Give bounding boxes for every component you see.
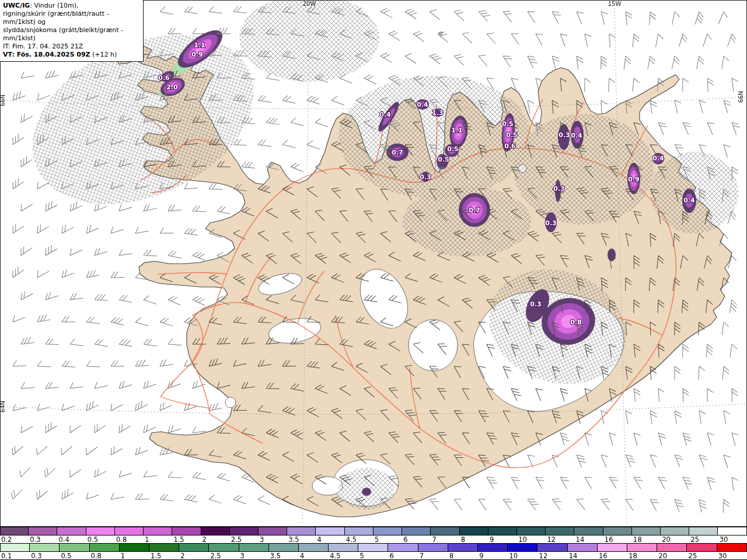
weather-forecast-map-page: 1.10.90.62.00.40.41.31.10.50.50.70.30.50… <box>0 0 747 560</box>
colorbar-tick-label: 1.5 <box>173 536 184 544</box>
precip-value-label: 0.9 <box>191 51 203 58</box>
colorbar-tick-label: 1.5 <box>151 552 161 560</box>
precip-value-label: 0.5 <box>438 156 449 163</box>
precip-value-label: 0.9 <box>628 176 640 183</box>
colorbar-tick-label: 4 <box>300 552 304 560</box>
colorbar-tick-label: 4.5 <box>330 552 340 560</box>
forecast-title-box: UWC/IG: Vindur (10m), rigning/skúrir (gr… <box>0 0 144 62</box>
precip-value-label: 0.3 <box>530 300 542 308</box>
colorbar-segment <box>86 527 115 535</box>
model-name: UWC/IG <box>3 2 30 9</box>
precip-value-label: 0.4 <box>652 155 664 162</box>
colorbar-tick-label: 18 <box>629 552 637 560</box>
colorbar-tick-label: 10 <box>509 552 518 560</box>
precip-value-label: 0.7 <box>469 206 480 214</box>
colorbar-segment <box>537 544 567 551</box>
colorbar-tick-label: 2.5 <box>231 536 242 544</box>
colorbar-tick-label: 6 <box>403 536 407 544</box>
colorbar-tick-label: 9 <box>490 536 494 544</box>
precip-value-label: 1.1 <box>194 41 205 49</box>
colorbar-tick-label: 12 <box>547 536 556 544</box>
colorbar-segment <box>120 544 149 551</box>
colorbar-segment <box>60 544 89 551</box>
colorbar-tick-label: 14 <box>569 552 578 560</box>
title-line-sleet: slydda/snjókoma (grátt/bleikt/grænt - mm… <box>3 26 141 43</box>
colorbar-rain-labels: 0.10.30.50.811.522.533.544.5567891012141… <box>0 552 747 559</box>
precip-value-label: 1.3 <box>432 109 444 117</box>
colorbar-segment <box>29 527 57 535</box>
colorbar-segment <box>0 527 29 535</box>
colorbar-tick-label: 0.1 <box>1 552 12 560</box>
colorbar-segment <box>657 544 687 551</box>
colorbar-tick-label: 9 <box>479 552 483 560</box>
colorbar-segment <box>239 544 269 551</box>
colorbar-segment <box>448 544 478 551</box>
parallel-label-left: 66N <box>0 94 6 106</box>
colorbar-segment <box>209 544 239 551</box>
colorbar-tick-label: 12 <box>539 552 548 560</box>
colorbar-tick-label: 0.5 <box>61 552 71 560</box>
lake-thingvallavatn <box>225 397 236 408</box>
glacier-eyjafjallajokull <box>312 477 343 495</box>
colorbar-tick-label: 25 <box>691 536 700 544</box>
colorbar-segment <box>259 527 287 535</box>
colorbar-segment <box>287 527 316 535</box>
precip-value-label: 0.6 <box>158 74 170 82</box>
colorbar-tick-label: 20 <box>658 552 667 560</box>
colorbar-tick-label: 25 <box>689 552 697 560</box>
colorbar-segment <box>627 544 657 551</box>
colorbar-segment <box>574 527 603 535</box>
colorbar-segment <box>603 527 632 535</box>
colorbar-segment <box>230 527 259 535</box>
colorbar-tick-label: 5 <box>359 552 364 560</box>
colorbar-sleet-snow <box>0 527 747 536</box>
colorbar-tick-label: 14 <box>576 536 585 544</box>
colorbar-tick-label: 7 <box>420 552 424 560</box>
colorbar-tick-label: 0.3 <box>30 536 40 544</box>
colorbar-tick-label: 3.5 <box>288 536 299 544</box>
precip-blob-ring <box>362 488 371 496</box>
meridian-label: 15W <box>608 1 622 7</box>
precip-blob-ring <box>608 249 616 261</box>
colorbar-segment <box>517 527 546 535</box>
colorbar-segment <box>172 527 201 535</box>
precip-value-label: 0.8 <box>570 318 582 326</box>
precip-value-label: 2.0 <box>166 83 178 91</box>
colorbar-tick-label: 8 <box>449 552 453 560</box>
colorbar-segment <box>0 544 30 551</box>
precip-value-label: 0.3 <box>558 131 570 139</box>
colorbar-segment <box>299 544 329 551</box>
colorbar-tick-label: 0.2 <box>1 536 12 544</box>
colorbar-tick-label: 1 <box>121 552 125 560</box>
colorbar-tick-label: 2.5 <box>210 552 221 560</box>
colorbar-segment <box>269 544 299 551</box>
colorbar-tick-label: 16 <box>605 536 613 544</box>
colorbar-tick-label: 30 <box>720 536 728 544</box>
precip-value-label: 0.4 <box>683 197 695 204</box>
precip-value-label: 0.3 <box>420 173 431 181</box>
colorbar-segment <box>316 527 344 535</box>
iceland-weather-map: 1.10.90.62.00.40.41.31.10.50.50.70.30.50… <box>0 0 747 527</box>
colorbar-tick-label: 16 <box>599 552 608 560</box>
precip-value-label: 0.4 <box>417 101 428 108</box>
colorbar-tick-label: 3 <box>260 536 264 544</box>
colorbar-segment <box>568 544 598 551</box>
colorbar-segment <box>388 544 418 551</box>
valid-time: VT: Fös. 18.04.2025 09Z <box>3 51 90 58</box>
colorbar-segment <box>179 544 209 551</box>
title-line-validtime: VT: Fös. 18.04.2025 09Z (+12 h) <box>3 51 141 59</box>
colorbar-tick-label: 6 <box>390 552 394 560</box>
colorbar-tick-label: 0.4 <box>58 536 69 544</box>
colorbar-tick-label: 2 <box>180 552 184 560</box>
colorbar-tick-label: 10 <box>518 536 527 544</box>
precip-value-label: 0.3 <box>553 185 565 192</box>
precip-value-label: 0.5 <box>506 131 518 139</box>
colorbar-tick-label: 4.5 <box>346 536 357 544</box>
colorbar-tick-label: 20 <box>662 536 671 544</box>
colorbar-tick-label: 8 <box>461 536 465 544</box>
colorbar-segment <box>508 544 537 551</box>
precip-value-label: 0.4 <box>571 132 582 139</box>
colorbar-segment <box>149 544 179 551</box>
colorbar-tick-label: 5 <box>375 536 379 544</box>
colorbar-tick-label: 3.5 <box>270 552 281 560</box>
